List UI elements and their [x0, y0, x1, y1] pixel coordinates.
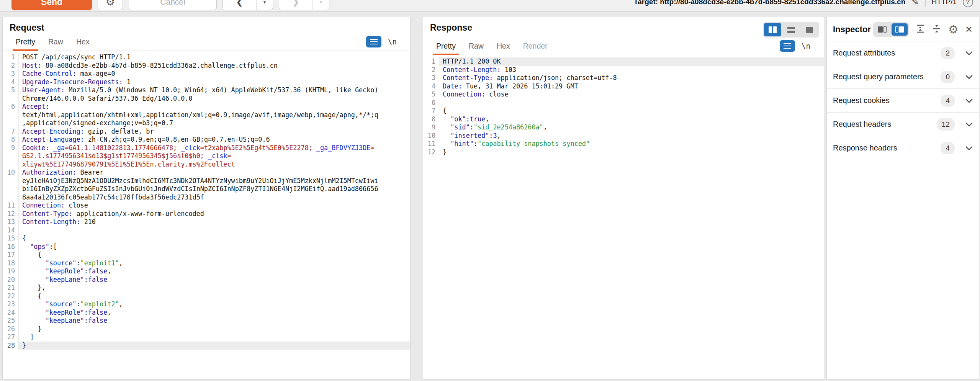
code-line[interactable]: 16 "ops":[: [3, 243, 410, 251]
dock-right-button[interactable]: [892, 23, 908, 36]
code-line[interactable]: 11Connection: close: [3, 201, 410, 210]
protocol-label: HTTP/1: [932, 0, 957, 6]
code-line[interactable]: text/html,application/xhtml+xml,applicat…: [3, 111, 410, 119]
forward-dropdown-caret-icon[interactable]: ▾: [313, 0, 329, 10]
word-wrap-toggle-button[interactable]: [780, 40, 795, 52]
code-line[interactable]: 4Date: Tue, 31 Mar 2026 15:01:29 GMT: [423, 82, 824, 91]
code-line[interactable]: 7{: [423, 107, 824, 115]
inspector-settings-gear-icon[interactable]: ⚙: [948, 24, 959, 35]
line-number: [3, 160, 19, 169]
dock-left-button[interactable]: [874, 23, 890, 36]
layout-columns-button[interactable]: [764, 23, 781, 36]
code-line[interactable]: 8aa4a120136fc05eab177c54c178ffbda3f56edc…: [3, 193, 410, 202]
code-line[interactable]: 17 {: [3, 251, 410, 259]
collapse-sections-icon[interactable]: [932, 24, 942, 35]
code-line[interactable]: 8Accept-Language: zh-CN,zh;q=0.9,en;q=0.…: [3, 136, 410, 144]
line-content: "source":"exploit2",: [19, 300, 410, 309]
code-line[interactable]: eyJleHAiOjE3NzQ5NzA1ODU2MzcsImlhdCI6MTc3…: [3, 177, 410, 185]
inspector-section-request-attributes[interactable]: Request attributes2: [827, 41, 979, 65]
line-number: 2: [3, 62, 19, 70]
back-dropdown-caret-icon[interactable]: ▾: [257, 0, 273, 10]
code-line[interactable]: 7Accept-Encoding: gzip, deflate, br: [3, 128, 410, 136]
code-line[interactable]: 18 "source":"exploit1",: [3, 259, 410, 268]
response-tab-pretty[interactable]: Pretty: [435, 42, 456, 55]
request-tab-raw[interactable]: Raw: [47, 38, 64, 51]
line-content: {: [19, 292, 410, 301]
code-line[interactable]: 13Content-Length: 210: [3, 218, 410, 226]
history-forward-button[interactable]: ❯ ▾: [279, 0, 329, 10]
line-number: 7: [423, 107, 439, 115]
line-content: "sid":"sid_2e254a86260a",: [439, 123, 824, 132]
layout-single-button[interactable]: [801, 23, 818, 36]
response-tab-hex[interactable]: Hex: [496, 42, 511, 55]
expand-sections-icon[interactable]: [915, 24, 925, 35]
line-number: 23: [3, 300, 19, 309]
code-line[interactable]: 24 "keepRole":false,: [3, 309, 410, 317]
code-line[interactable]: 10 "inserted":3,: [423, 132, 824, 140]
code-line[interactable]: 20 "keepLane":false: [3, 276, 410, 284]
code-line[interactable]: 3Content-Type: application/json; charset…: [423, 74, 824, 82]
line-number: 10: [3, 168, 19, 177]
send-button[interactable]: Send: [11, 0, 92, 10]
send-options-button[interactable]: ⚙: [98, 0, 123, 10]
code-line[interactable]: 5Connection: close: [423, 90, 824, 99]
request-tab-hex[interactable]: Hex: [75, 38, 90, 51]
code-line[interactable]: 8 "ok":true,: [423, 115, 824, 124]
cancel-button[interactable]: Cancel: [129, 0, 217, 10]
code-line[interactable]: ,application/signed-exchange;v=b3;q=0.7: [3, 119, 410, 128]
line-number: 7: [3, 128, 19, 136]
code-line[interactable]: GS2.1.s1774956341$o13$g1$t1774956345$j56…: [3, 152, 410, 160]
line-number: [3, 95, 19, 103]
code-line[interactable]: 2Host: 80-a08dcd3e-e2bb-4b7d-b859-8251cd…: [3, 62, 410, 70]
code-line[interactable]: 28}: [3, 342, 410, 350]
inspector-close-icon[interactable]: ✕: [965, 25, 973, 34]
inspector-section-request-cookies[interactable]: Request cookies4: [827, 89, 979, 113]
code-line[interactable]: 11 "hint":"capability snapshots synced": [423, 140, 824, 148]
inspector-section-response-headers[interactable]: Response headers4: [827, 136, 979, 160]
code-line[interactable]: 6: [423, 99, 824, 107]
response-tab-raw[interactable]: Raw: [468, 42, 484, 55]
layout-rows-button[interactable]: [782, 23, 800, 36]
history-back-button[interactable]: ❮ ▾: [223, 0, 273, 10]
code-line[interactable]: biI6InByZXZpZXctbGFuZSIsInJvbGUiOiJndWVz…: [3, 185, 410, 193]
inspector-section-label: Request query parameters: [833, 72, 924, 81]
line-content: Accept-Language: zh-CN,zh;q=0.9,en;q=0.8…: [19, 136, 410, 144]
show-newlines-button[interactable]: \n: [802, 42, 810, 50]
code-line[interactable]: 1HTTP/1.1 200 OK: [423, 57, 824, 66]
code-line[interactable]: 4Upgrade-Insecure-Requests: 1: [3, 78, 410, 87]
inspector-section-request-query-parameters[interactable]: Request query parameters0: [827, 65, 979, 89]
inspector-section-request-headers[interactable]: Request headers12: [827, 113, 979, 136]
code-line[interactable]: 9Cookie: _ga=GA1.1.1481022813.1774666478…: [3, 144, 410, 152]
code-line[interactable]: 6Accept:: [3, 103, 410, 111]
code-line[interactable]: 26 }: [3, 325, 410, 334]
line-number: 19: [3, 267, 19, 276]
code-line[interactable]: 3Cache-Control: max-age=0: [3, 70, 410, 78]
dock-right-icon: [895, 26, 898, 33]
response-editor[interactable]: 1HTTP/1.1 200 OK2Content-Length: 1033Con…: [423, 55, 824, 156]
request-tab-pretty[interactable]: Pretty: [15, 38, 36, 51]
show-newlines-button[interactable]: \n: [388, 38, 397, 46]
code-line[interactable]: 19 "keepRole":false,: [3, 267, 410, 276]
code-line[interactable]: 12}: [423, 148, 824, 157]
response-tab-render[interactable]: Render: [522, 42, 548, 55]
help-icon[interactable]: ?: [963, 0, 973, 7]
code-line[interactable]: 22 {: [3, 292, 410, 301]
code-line[interactable]: 21 },: [3, 284, 410, 292]
code-line[interactable]: 1POST /api/caps/sync HTTP/1.1: [3, 53, 410, 62]
code-line[interactable]: 14: [3, 226, 410, 235]
code-line[interactable]: 2Content-Length: 103: [423, 66, 824, 74]
code-line[interactable]: Chrome/146.0.0.0 Safari/537.36 Edg/146.0…: [3, 95, 410, 103]
code-line[interactable]: 23 "source":"exploit2",: [3, 300, 410, 309]
word-wrap-toggle-button[interactable]: [366, 36, 381, 47]
code-line[interactable]: 5User-Agent: Mozilla/5.0 (Windows NT 10.…: [3, 86, 410, 95]
code-line[interactable]: 25 "keepLane":false: [3, 317, 410, 325]
edit-target-pencil-icon[interactable]: ✎: [911, 0, 919, 7]
code-line[interactable]: 10Authorization: Bearer: [3, 168, 410, 177]
code-line[interactable]: 9 "sid":"sid_2e254a86260a",: [423, 123, 824, 132]
line-number: 14: [3, 226, 19, 235]
request-editor[interactable]: 1POST /api/caps/sync HTTP/1.12Host: 80-a…: [3, 51, 410, 350]
code-line[interactable]: 27 ]: [3, 333, 410, 342]
code-line[interactable]: 12Content-Type: application/x-www-form-u…: [3, 210, 410, 218]
code-line[interactable]: 15{: [3, 234, 410, 243]
code-line[interactable]: xliywt%5E1774968790791%5E1%5E1%5En.clari…: [3, 160, 410, 169]
